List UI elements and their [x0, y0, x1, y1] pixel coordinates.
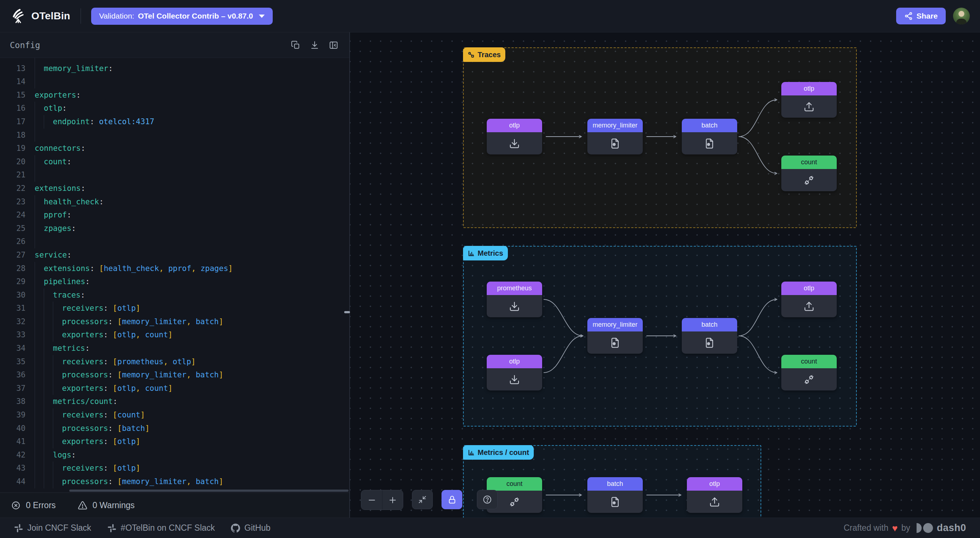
- code-line-39: 39receivers: [count]: [0, 408, 349, 422]
- fit-view-button[interactable]: [412, 490, 433, 509]
- code-line-35: 35receivers: [prometheus, otlp]: [0, 355, 349, 369]
- panel-resize-handle[interactable]: [344, 311, 350, 313]
- code-line-34: 34metrics:: [0, 342, 349, 355]
- line-number: 22: [0, 182, 25, 195]
- line-number: 13: [0, 62, 25, 75]
- plus-icon: [388, 495, 398, 505]
- exporter-icon: [803, 101, 815, 112]
- line-number: 20: [0, 155, 25, 169]
- github-icon: [231, 524, 240, 533]
- share-icon: [904, 12, 913, 21]
- help-button[interactable]: [477, 490, 498, 509]
- processor-icon: [609, 138, 620, 149]
- footer-link-label: #OTelBin on CNCF Slack: [121, 523, 215, 533]
- connector-node-count[interactable]: count: [781, 156, 837, 191]
- code-line-40: 40processors: [batch]: [0, 422, 349, 435]
- line-number: 39: [0, 408, 25, 422]
- editor-lines: 12batch:13memory_limiter:1415exporters:1…: [0, 58, 349, 489]
- line-number: 37: [0, 382, 25, 395]
- copy-button[interactable]: [288, 38, 303, 53]
- github-link[interactable]: GitHub: [231, 523, 270, 533]
- receiver-node-otlp[interactable]: otlp: [487, 119, 542, 154]
- line-number: 41: [0, 435, 25, 448]
- node-label: otlp: [487, 355, 542, 368]
- errors-status: 0 Errors: [11, 500, 56, 510]
- node-body: [587, 332, 643, 354]
- connector-icon: [803, 175, 815, 186]
- section-label: Metrics: [477, 249, 503, 257]
- error-circle-icon: [11, 500, 21, 510]
- line-number: 36: [0, 368, 25, 382]
- line-number: 35: [0, 355, 25, 369]
- line-number: 16: [0, 102, 25, 115]
- slack-icon: [14, 524, 23, 533]
- node-body: [682, 332, 737, 354]
- processor-node-batch[interactable]: batch: [682, 119, 737, 154]
- download-config-button[interactable]: [307, 38, 322, 53]
- pipeline-canvas[interactable]: TracesMetricsMetrics / countotlpmemory_l…: [350, 32, 980, 517]
- receiver-node-prometheus[interactable]: prometheus: [487, 282, 542, 317]
- canvas-toolbar: [361, 490, 498, 510]
- node-label: otlp: [487, 119, 542, 132]
- node-label: count: [487, 477, 542, 490]
- code-line-43: 43receivers: [otlp]: [0, 462, 349, 475]
- code-line-23: 23health_check:: [0, 195, 349, 209]
- code-line-42: 42logs:: [0, 448, 349, 462]
- exporter-node-otlp[interactable]: otlp: [781, 282, 837, 317]
- line-number: 42: [0, 448, 25, 462]
- processor-node-batch[interactable]: batch: [587, 477, 643, 513]
- exporter-node-otlp[interactable]: otlp: [781, 82, 837, 117]
- collapse-panel-button[interactable]: [326, 38, 341, 53]
- exporter-node-otlp[interactable]: otlp: [687, 477, 742, 513]
- lock-icon: [447, 495, 457, 505]
- trace-icon: [468, 51, 475, 58]
- line-number: 15: [0, 89, 25, 102]
- line-number: 24: [0, 208, 25, 222]
- processor-node-batch[interactable]: batch: [682, 318, 737, 354]
- processor-icon: [704, 138, 715, 149]
- line-number: 28: [0, 262, 25, 275]
- processor-icon: [609, 337, 620, 348]
- line-number: 26: [0, 235, 25, 248]
- code-line-27: 27service:: [0, 248, 349, 262]
- validation-dropdown[interactable]: Validation: OTel Collector Contrib – v0.…: [91, 8, 273, 25]
- receiver-node-otlp[interactable]: otlp: [487, 355, 542, 390]
- line-number: 23: [0, 195, 25, 209]
- code-line-31: 31receivers: [otlp]: [0, 302, 349, 315]
- connector-node-count[interactable]: count: [781, 355, 837, 390]
- yaml-editor[interactable]: 12batch:13memory_limiter:1415exporters:1…: [0, 58, 349, 492]
- pipeline-section-metrics: Metrics: [463, 246, 857, 427]
- otelbin-logo-icon: [10, 8, 26, 24]
- node-body: [487, 368, 542, 390]
- editor-horizontal-scrollbar[interactable]: [69, 490, 348, 492]
- line-number: 27: [0, 248, 25, 262]
- collapse-panel-icon: [329, 40, 338, 50]
- warnings-status: 0 Warnings: [78, 500, 135, 510]
- exporter-icon: [803, 301, 815, 312]
- validation-value: OTel Collector Contrib – v0.87.0: [138, 12, 253, 21]
- app-title: OTelBin: [31, 10, 70, 22]
- processor-node-memory_limiter[interactable]: memory_limiter: [587, 119, 643, 154]
- share-button[interactable]: Share: [896, 8, 946, 24]
- line-number: 18: [0, 129, 25, 142]
- code-line-20: 20count:: [0, 155, 349, 169]
- zoom-in-button[interactable]: [382, 490, 403, 509]
- lock-button[interactable]: [442, 490, 462, 509]
- warning-triangle-icon: [78, 500, 88, 510]
- connector-icon: [509, 497, 520, 508]
- code-line-30: 30traces:: [0, 289, 349, 302]
- processor-node-memory_limiter[interactable]: memory_limiter: [587, 318, 643, 354]
- avatar[interactable]: [953, 8, 970, 24]
- join-cncf-slack-link[interactable]: Join CNCF Slack: [14, 523, 91, 533]
- footer-link-label: GitHub: [244, 523, 270, 533]
- otelbin-slack-link[interactable]: #OTelBin on CNCF Slack: [107, 523, 215, 533]
- code-line-17: 17endpoint: otelcol:4317: [0, 115, 349, 129]
- node-label: memory_limiter: [587, 318, 643, 332]
- dash0-logo-icon: [916, 523, 933, 533]
- receiver-icon: [509, 138, 520, 149]
- node-body: [487, 132, 542, 154]
- code-line-15: 15exporters:: [0, 89, 349, 102]
- config-panel-header: Config: [0, 32, 349, 58]
- chevron-down-icon: [259, 14, 265, 18]
- zoom-out-button[interactable]: [361, 490, 382, 509]
